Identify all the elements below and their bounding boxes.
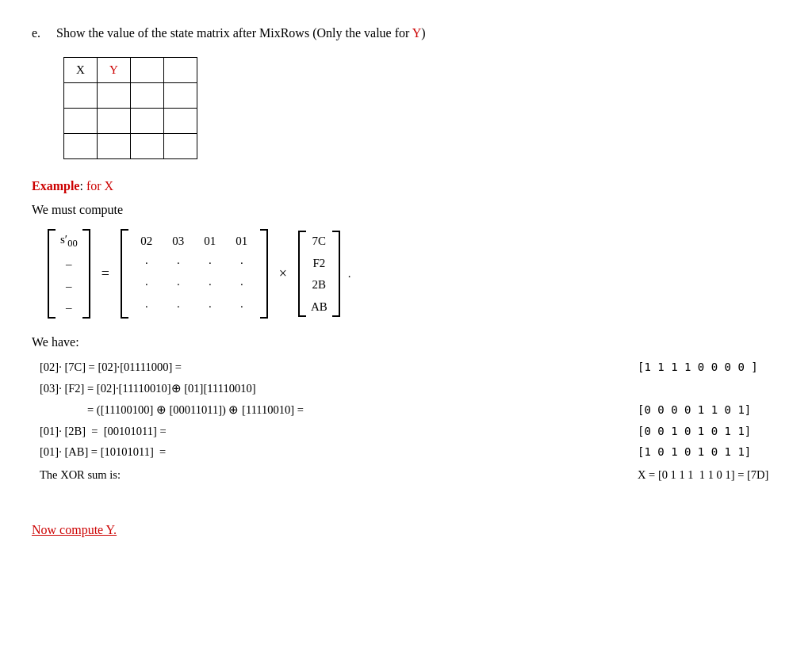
rhs-cell-3: AB bbox=[311, 298, 327, 316]
comp-row-3: = ([11100100] ⊕ [00011011]) ⊕ [11110010]… bbox=[40, 399, 780, 421]
mx-31: · bbox=[165, 298, 192, 316]
xor-sum-row: The XOR sum is: X = [0 1 1 1 1 1 0 1] = … bbox=[40, 464, 780, 486]
matrix-cell bbox=[131, 83, 164, 109]
problem-title: Show the value of the state matrix after… bbox=[56, 24, 426, 43]
lhs-cell-3: – bbox=[60, 299, 78, 317]
mx-03: 01 bbox=[228, 232, 255, 250]
equals-sign: = bbox=[102, 263, 109, 284]
mx-30: · bbox=[133, 298, 160, 316]
now-compute-link[interactable]: Now compute Y. bbox=[32, 521, 117, 540]
mx-00: 02 bbox=[133, 232, 160, 250]
table-row bbox=[64, 83, 197, 109]
rhs-vector: 7C F2 2B AB bbox=[298, 231, 340, 317]
mx-32: · bbox=[197, 298, 224, 316]
mx-10: · bbox=[133, 254, 160, 273]
comp-right-3: [0 0 0 0 1 1 0 1] bbox=[622, 400, 780, 421]
lhs-cell-1: – bbox=[60, 255, 78, 273]
computations-block: [02]· [7C] = [02]·[01111000] = [1 1 1 1 … bbox=[40, 357, 780, 486]
mx-13: · bbox=[228, 254, 255, 273]
mix-matrix: 02 03 01 01 · · · · · · · · · · · · bbox=[121, 229, 268, 319]
matrix-cell-c4 bbox=[164, 58, 197, 83]
matrix-cell bbox=[164, 83, 197, 109]
comp-left-2: [03]· [F2] = [02]·[11110010]⊕ [01][11110… bbox=[40, 378, 622, 399]
rhs-cell-1: F2 bbox=[311, 254, 327, 273]
comp-row-2: [03]· [F2] = [02]·[11110010]⊕ [01][11110… bbox=[40, 378, 780, 399]
mx-12: · bbox=[197, 254, 224, 273]
mx-22: · bbox=[197, 276, 224, 294]
matrix-equation: s′00 – – – = 02 03 01 01 · · · · · · · ·… bbox=[48, 229, 780, 319]
comp-row-5: [01]· [AB] = [10101011] = [1 0 1 0 1 0 1… bbox=[40, 441, 780, 463]
example-label: Example bbox=[32, 179, 79, 193]
table-row bbox=[64, 134, 197, 159]
right-bracket-mx bbox=[260, 229, 268, 319]
comp-left-1: [02]· [7C] = [02]·[01111000] = bbox=[40, 357, 622, 378]
comp-right-1: [1 1 1 1 0 0 0 0 ] bbox=[622, 357, 780, 378]
matrix-cell bbox=[131, 134, 164, 159]
matrix-cell bbox=[64, 83, 98, 109]
matrix-cell bbox=[164, 134, 197, 159]
mx-01: 03 bbox=[165, 232, 192, 250]
comp-right-5: [1 0 1 0 1 0 1 1] bbox=[622, 442, 780, 463]
comp-left-4: [01]· [2B] = [00101011] = bbox=[40, 421, 622, 442]
mx-33: · bbox=[228, 298, 255, 316]
table-row bbox=[64, 109, 197, 134]
rhs-cells: 7C F2 2B AB bbox=[304, 231, 334, 317]
comp-left-3: = ([11100100] ⊕ [00011011]) ⊕ [11110010]… bbox=[40, 399, 622, 421]
mx-cells: 02 03 01 01 · · · · · · · · · · · · bbox=[127, 229, 262, 319]
lhs-cell-2: – bbox=[60, 277, 78, 296]
mx-20: · bbox=[133, 276, 160, 294]
right-bracket-lhs bbox=[82, 229, 90, 318]
matrix-cell-c3 bbox=[131, 58, 164, 83]
matrix-cell bbox=[98, 83, 131, 109]
state-matrix-wrapper: X Y bbox=[63, 57, 780, 159]
problem-label: e. bbox=[32, 24, 40, 43]
lhs-cells: s′00 – – – bbox=[54, 229, 84, 318]
lhs-vector: s′00 – – – bbox=[48, 229, 90, 318]
matrix-cell bbox=[164, 109, 197, 134]
comp-right-4: [0 0 1 0 1 0 1 1] bbox=[622, 422, 780, 442]
trailing-dot: . bbox=[348, 265, 351, 283]
times-sign: × bbox=[279, 263, 287, 284]
table-row: X Y bbox=[64, 58, 197, 83]
mx-02: 01 bbox=[197, 232, 224, 250]
right-bracket-rhs bbox=[332, 231, 340, 317]
matrix-cell bbox=[64, 109, 98, 134]
state-matrix: X Y bbox=[63, 57, 197, 159]
mx-11: · bbox=[165, 254, 192, 273]
mx-21: · bbox=[165, 276, 192, 294]
we-must-compute: We must compute bbox=[32, 200, 780, 219]
rhs-cell-0: 7C bbox=[311, 232, 327, 250]
matrix-cell bbox=[98, 109, 131, 134]
problem-header: e. Show the value of the state matrix af… bbox=[32, 24, 780, 43]
example-for-x: for X bbox=[86, 179, 113, 193]
example-line: Example: for X bbox=[32, 177, 780, 196]
xor-result: X = [0 1 1 1 1 1 0 1] = [7D] bbox=[622, 464, 780, 486]
xor-label: The XOR sum is: bbox=[40, 464, 622, 486]
matrix-cell-y: Y bbox=[98, 58, 131, 83]
matrix-cell-x: X bbox=[64, 58, 98, 83]
rhs-cell-2: 2B bbox=[311, 276, 327, 294]
matrix-cell bbox=[64, 134, 98, 159]
mx-23: · bbox=[228, 276, 255, 294]
comp-left-5: [01]· [AB] = [10101011] = bbox=[40, 441, 622, 463]
matrix-cell bbox=[131, 109, 164, 134]
we-have: We have: bbox=[32, 333, 780, 352]
comp-row-1: [02]· [7C] = [02]·[01111000] = [1 1 1 1 … bbox=[40, 357, 780, 378]
lhs-cell-0: s′00 bbox=[60, 231, 78, 251]
matrix-cell bbox=[98, 134, 131, 159]
comp-row-4: [01]· [2B] = [00101011] = [0 0 1 0 1 0 1… bbox=[40, 421, 780, 442]
now-compute-wrapper: Now compute Y. bbox=[32, 503, 780, 540]
